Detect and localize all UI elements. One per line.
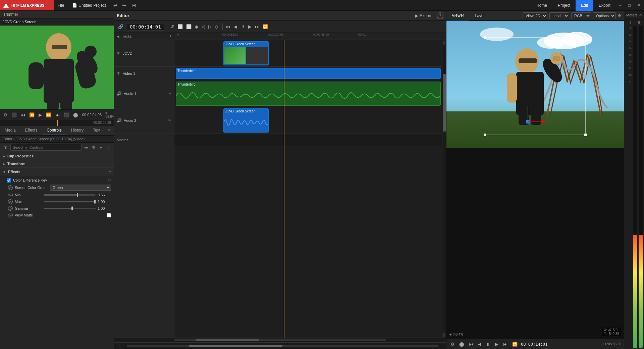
- nav-edit[interactable]: Edit: [576, 0, 593, 11]
- clip-audio2[interactable]: JCVD Green Screen: [223, 108, 269, 133]
- viewer-tab-layer[interactable]: Layer: [469, 11, 490, 20]
- track-jcvd-visibility-icon[interactable]: 👁: [117, 51, 121, 56]
- trimmer-prev-btn[interactable]: ⏮: [19, 112, 26, 118]
- tl-zoom-out-btn[interactable]: −: [122, 343, 127, 349]
- undo-button[interactable]: ↩: [111, 2, 119, 9]
- zoom-slider[interactable]: [127, 345, 438, 347]
- menu-file[interactable]: File: [54, 0, 68, 11]
- vp-go-start-btn[interactable]: ⏮: [468, 341, 475, 347]
- tl-loop-btn[interactable]: ↺: [169, 23, 175, 30]
- min-slider[interactable]: [44, 194, 96, 196]
- help-button[interactable]: ?: [437, 12, 443, 19]
- section-transform[interactable]: ▶ Transform: [0, 160, 114, 168]
- tracks-add-btn[interactable]: +: [169, 34, 172, 39]
- close-button[interactable]: ✕: [634, 0, 644, 11]
- tracks-scrollbar[interactable]: [442, 40, 446, 338]
- tl-play-btn[interactable]: ▶: [247, 23, 253, 30]
- effects-add-btn[interactable]: +: [109, 169, 111, 174]
- vp-settings-btn[interactable]: ⚙: [449, 341, 456, 347]
- track-audio1-visibility-icon[interactable]: 🔊: [117, 91, 122, 96]
- param-min-animate-icon[interactable]: ◎: [8, 193, 13, 197]
- tl-zoom-in-btn[interactable]: +: [438, 343, 443, 349]
- vp-prev-frame-btn[interactable]: ◀: [477, 341, 483, 347]
- nav-export[interactable]: Export: [593, 0, 616, 11]
- add-icon[interactable]: +: [98, 144, 103, 151]
- vp-play-pause-btn[interactable]: ⏸: [485, 341, 492, 347]
- timecode-display[interactable]: 00:00:14:01: [127, 23, 164, 31]
- grid-button[interactable]: ⊞: [129, 0, 139, 11]
- tl-add-track-btn[interactable]: +: [117, 343, 122, 349]
- nav-home[interactable]: Home: [531, 0, 552, 11]
- trimmer-timeline-bar[interactable]: 00:03:00;29: [0, 120, 114, 126]
- search-controls-input[interactable]: [10, 144, 82, 151]
- tl-snap-btn[interactable]: 🔗: [117, 23, 125, 30]
- track-audio2-scissors-icon[interactable]: ✂: [168, 118, 171, 122]
- track-video1-visibility-icon[interactable]: 👁: [117, 71, 121, 76]
- timeline-scroll[interactable]: [114, 338, 446, 342]
- viewer-tab-viewer[interactable]: Viewer: [446, 11, 469, 20]
- tracks-more-btn[interactable]: ⋮: [173, 34, 177, 39]
- tl-in-btn[interactable]: ⬜: [176, 23, 184, 30]
- redo-button[interactable]: ↪: [120, 2, 128, 9]
- view-matte-checkbox[interactable]: [107, 213, 111, 217]
- tab-text[interactable]: Text: [88, 126, 105, 135]
- tab-history[interactable]: History: [66, 126, 88, 135]
- scroll-thumb[interactable]: [196, 339, 259, 341]
- tl-play-stop-btn[interactable]: ⏸: [239, 23, 246, 30]
- vp-play-btn[interactable]: ▶: [494, 341, 500, 347]
- rgb-dropdown[interactable]: RGB Alpha: [571, 12, 591, 19]
- trimmer-in-btn[interactable]: ⬛: [10, 112, 18, 118]
- trimmer-settings-btn[interactable]: ⚙: [2, 112, 9, 118]
- track-audio2-visibility-icon[interactable]: 🔊: [117, 118, 122, 123]
- clip-video1[interactable]: Thunderbird: [176, 68, 441, 79]
- nav-project[interactable]: Project: [552, 0, 576, 11]
- minimize-button[interactable]: −: [616, 0, 625, 11]
- track-audio1-scissors-icon[interactable]: ✂: [168, 91, 171, 96]
- param-max-animate-icon[interactable]: ◎: [8, 199, 13, 204]
- options-dropdown[interactable]: Options: [593, 12, 616, 19]
- vp-loop-btn[interactable]: 🔁: [511, 341, 519, 347]
- tl-loop-play-btn[interactable]: 🔁: [261, 23, 269, 30]
- tab-settings-btn[interactable]: ✕: [105, 126, 114, 135]
- export-button[interactable]: ▶ Export: [413, 13, 434, 19]
- gamma-slider[interactable]: [44, 208, 96, 209]
- tl-go-start-btn[interactable]: ⏮: [225, 23, 232, 30]
- tl-keyframe-btn[interactable]: ◇: [214, 23, 220, 30]
- tab-media[interactable]: Media: [0, 126, 20, 135]
- section-clip-properties[interactable]: ▶ Clip Properties: [0, 152, 114, 160]
- trimmer-out-btn[interactable]: ⬛: [62, 112, 70, 118]
- effect-settings-icon[interactable]: ⚙: [107, 178, 111, 183]
- tab-controls[interactable]: Controls: [42, 126, 66, 135]
- trimmer-play-btn[interactable]: ▶: [37, 112, 43, 118]
- tl-go-end-btn[interactable]: ⏭: [254, 23, 261, 30]
- param-gamma-animate-icon[interactable]: ◎: [8, 206, 13, 211]
- tl-mark-in-btn[interactable]: ◁: [200, 23, 206, 30]
- effect-enabled-checkbox[interactable]: [7, 178, 11, 183]
- tl-prev-frame-btn[interactable]: ◀: [232, 23, 238, 30]
- section-effects[interactable]: ▼ Effects +: [0, 168, 114, 176]
- vp-go-end-btn[interactable]: ⏭: [502, 341, 509, 347]
- tl-out-btn[interactable]: ⬜: [185, 23, 193, 30]
- vp-in-btn[interactable]: ⬤: [458, 341, 466, 347]
- max-slider[interactable]: [44, 201, 96, 202]
- screen-color-dropdown[interactable]: Green Blue: [50, 185, 111, 191]
- trimmer-next-btn[interactable]: ⏭: [54, 112, 61, 118]
- menu-project-doc[interactable]: 📄 Untitled Project: [68, 0, 110, 11]
- grid-view-btn[interactable]: ⊞: [90, 144, 97, 151]
- clip-jcvd-video[interactable]: JCVD Green Screen: [223, 41, 269, 65]
- tl-mark-out-btn[interactable]: ▷: [207, 23, 213, 30]
- trimmer-step-back-btn[interactable]: ⏪: [28, 112, 36, 118]
- clip-audio1[interactable]: Thunderbird: [176, 82, 441, 106]
- viewer-settings-btn[interactable]: ⚙: [618, 13, 621, 18]
- param-view-matte-animate-icon[interactable]: ◎: [8, 213, 13, 217]
- maximize-button[interactable]: □: [625, 0, 634, 11]
- trimmer-insert-btn[interactable]: ⬤: [72, 112, 79, 118]
- trimmer-step-fwd-btn[interactable]: ⏩: [45, 112, 53, 118]
- list-view-btn[interactable]: ☰: [83, 144, 90, 151]
- local-dropdown[interactable]: Local World: [549, 12, 569, 19]
- tab-effects[interactable]: Effects: [20, 126, 42, 135]
- meters-close-btn[interactable]: ✕: [639, 13, 642, 17]
- view-2d-dropdown[interactable]: View: 2D View: 3D: [523, 12, 547, 19]
- tl-marker-btn[interactable]: ◆: [194, 23, 200, 30]
- param-animate-icon[interactable]: ◎: [8, 185, 13, 190]
